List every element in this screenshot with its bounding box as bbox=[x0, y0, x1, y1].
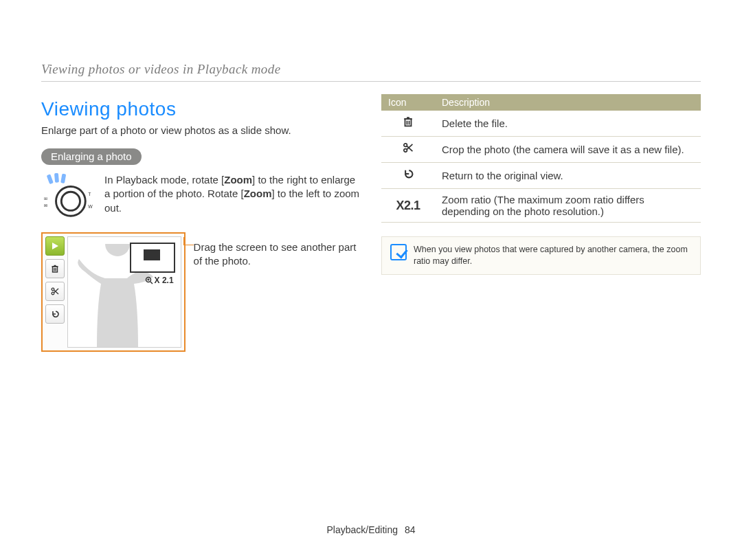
drag-annotation: Drag the screen to see another part of t… bbox=[194, 232, 361, 269]
svg-marker-9 bbox=[52, 243, 58, 249]
svg-rect-2 bbox=[47, 174, 54, 184]
drag-annotation-text: Drag the screen to see another part of t… bbox=[194, 241, 357, 267]
leader-line bbox=[184, 245, 194, 246]
table-cell-description: Delete the file. bbox=[435, 111, 701, 137]
return-icon[interactable] bbox=[45, 304, 65, 324]
magnifier-icon bbox=[145, 276, 153, 284]
scissors-icon[interactable] bbox=[45, 282, 65, 301]
page-footer: Playback/Editing 84 bbox=[0, 524, 742, 535]
zoom-label-bold: Zoom bbox=[224, 174, 252, 186]
svg-point-1 bbox=[61, 192, 80, 210]
svg-rect-3 bbox=[54, 173, 59, 183]
section-title: Viewing photos bbox=[41, 98, 361, 120]
table-row: Crop the photo (the camera will save it … bbox=[381, 137, 701, 163]
svg-point-15 bbox=[52, 288, 54, 291]
zoom-label-bold: Zoom bbox=[244, 188, 272, 199]
svg-text:T: T bbox=[88, 192, 91, 197]
subheading-pill: Enlarging a photo bbox=[41, 148, 142, 165]
camera-screen-illustration: X 2.1 bbox=[41, 232, 186, 352]
footer-chapter: Playback/Editing bbox=[327, 524, 398, 535]
navigator-box[interactable] bbox=[130, 243, 175, 273]
text: In Playback mode, rotate bbox=[104, 174, 221, 186]
table-head-description: Description bbox=[435, 94, 701, 111]
svg-rect-23 bbox=[405, 119, 412, 126]
svg-text:W: W bbox=[88, 204, 93, 209]
info-note: When you view photos that were captured … bbox=[381, 236, 701, 275]
trash-icon[interactable] bbox=[45, 259, 65, 278]
zoom-dial-illustration: ⊞ ⊠ T W bbox=[41, 173, 95, 223]
svg-rect-4 bbox=[60, 174, 66, 183]
play-icon[interactable] bbox=[45, 236, 65, 256]
svg-line-20 bbox=[150, 282, 153, 284]
table-cell-description: Crop the photo (the camera will save it … bbox=[435, 137, 701, 163]
return-icon bbox=[381, 163, 435, 189]
svg-text:⊠: ⊠ bbox=[44, 203, 47, 208]
svg-text:⊞: ⊞ bbox=[44, 197, 47, 201]
zoom-ratio-badge: X 2.1 bbox=[145, 276, 174, 285]
table-row: Return to the original view. bbox=[381, 163, 701, 189]
footer-page-number: 84 bbox=[405, 524, 416, 535]
svg-rect-10 bbox=[53, 267, 58, 272]
table-row: Delete the file. bbox=[381, 111, 701, 137]
table-cell-description: Zoom ratio (The maximum zoom ratio diffe… bbox=[435, 189, 701, 223]
trash-icon bbox=[381, 111, 435, 137]
zoom-ratio-text: X 2.1 bbox=[155, 276, 174, 285]
breadcrumb-header: Viewing photos or videos in Playback mod… bbox=[41, 62, 701, 82]
note-check-icon bbox=[390, 244, 407, 260]
svg-point-16 bbox=[52, 292, 54, 295]
zoom-ratio-label: X2.1 bbox=[381, 189, 435, 223]
photo-viewport[interactable]: X 2.1 bbox=[67, 236, 181, 348]
scissors-icon bbox=[381, 137, 435, 163]
table-head-icon: Icon bbox=[381, 94, 435, 111]
table-row: X2.1 Zoom ratio (The maximum zoom ratio … bbox=[381, 189, 701, 223]
icon-description-table: Icon Description Delete the file. bbox=[381, 94, 701, 223]
note-text: When you view photos that were captured … bbox=[414, 244, 692, 267]
table-cell-description: Return to the original view. bbox=[435, 163, 701, 189]
section-intro: Enlarge part of a photo or view photos a… bbox=[41, 124, 361, 136]
navigator-viewport-indicator bbox=[144, 249, 160, 260]
zoom-instruction: In Playback mode, rotate [Zoom] to the r… bbox=[104, 173, 361, 215]
